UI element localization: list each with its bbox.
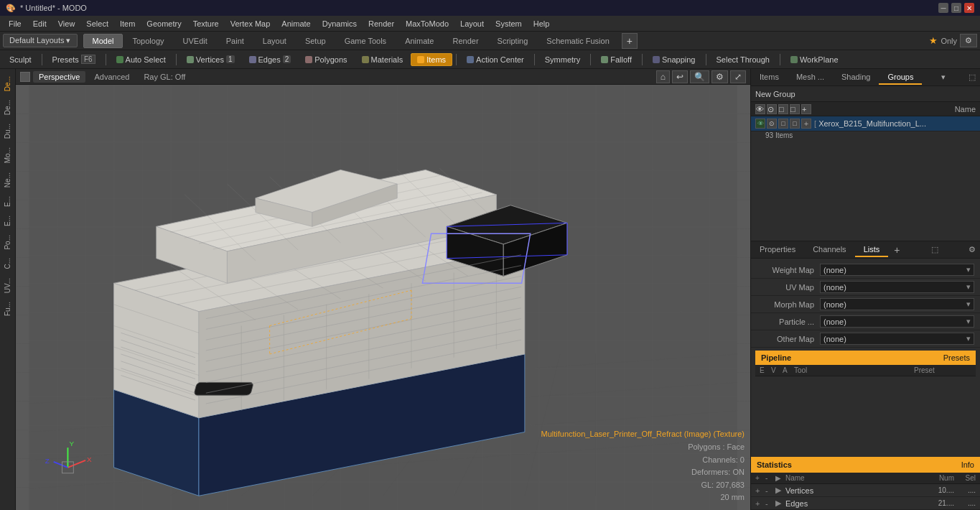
tab-scripting[interactable]: Scripting	[488, 34, 538, 48]
stat-expand-edges[interactable]: ▶	[775, 499, 785, 508]
add-tab-button[interactable]: +	[622, 33, 638, 49]
col-icon-3[interactable]: □	[778, 104, 788, 114]
item-icon-plus[interactable]: +	[801, 119, 811, 129]
col-icon-2[interactable]: ⊙	[767, 104, 777, 114]
sidebar-tab-du[interactable]: Du...	[1, 119, 14, 143]
scene-canvas[interactable]: X Y Z Multifunction_Laser_Printer_Off_Re…	[16, 85, 750, 510]
layout-dropdown[interactable]: Default Layouts ▾	[3, 34, 78, 47]
stat-minus-edges[interactable]: -	[765, 499, 775, 508]
viewport-perspective-tab[interactable]: Perspective	[33, 71, 85, 83]
menu-edit[interactable]: Edit	[27, 18, 52, 29]
sidebar-tab-ne[interactable]: Ne...	[1, 168, 14, 192]
materials-button[interactable]: Materials	[355, 53, 410, 66]
symmetry-button[interactable]: Symmetry	[538, 53, 587, 66]
info-button[interactable]: Info	[961, 460, 974, 469]
sidebar-tab-fu[interactable]: Fu...	[1, 297, 14, 320]
tab-animate[interactable]: Animate	[396, 34, 443, 48]
viewport-zoom-button[interactable]: 🔍	[690, 70, 709, 83]
menu-file[interactable]: File	[3, 18, 27, 29]
morph-map-dropdown[interactable]: (none) ▾	[820, 298, 974, 310]
tab-lists[interactable]: Lists	[855, 243, 889, 257]
settings-button[interactable]: ⚙	[960, 34, 977, 47]
tab-items[interactable]: Items	[751, 70, 788, 85]
statistics-header[interactable]: Statistics Info	[751, 457, 980, 473]
edges-button[interactable]: Edges 2	[243, 53, 298, 66]
action-center-button[interactable]: Action Center	[460, 53, 531, 66]
menu-texture[interactable]: Texture	[187, 18, 225, 29]
viewport-raygl-tab[interactable]: Ray GL: Off	[138, 71, 191, 83]
tab-gametools[interactable]: Game Tools	[335, 34, 396, 48]
tab-properties[interactable]: Properties	[751, 243, 804, 257]
menu-layout[interactable]: Layout	[454, 18, 490, 29]
items-button[interactable]: Items	[411, 53, 452, 66]
tab-groups[interactable]: Groups	[879, 70, 922, 85]
sidebar-tab-de2[interactable]: De...	[1, 96, 14, 119]
tab-model[interactable]: Model	[83, 34, 123, 48]
viewport-undo-button[interactable]: ↩	[672, 70, 688, 83]
stat-minus-vertices[interactable]: -	[765, 486, 775, 495]
menu-help[interactable]: Help	[528, 18, 556, 29]
maximize-button[interactable]: □	[951, 3, 961, 13]
menu-dynamics[interactable]: Dynamics	[317, 18, 363, 29]
tab-channels[interactable]: Channels	[804, 243, 854, 257]
item-icon-box1[interactable]: □	[778, 119, 788, 129]
tab-shading[interactable]: Shading	[833, 70, 879, 85]
star-icon[interactable]: ★	[929, 35, 938, 46]
sidebar-tab-c[interactable]: C...	[1, 254, 14, 274]
props-expand-icon[interactable]: ⬚	[927, 244, 943, 256]
tab-schematic[interactable]: Schematic Fusion	[537, 34, 618, 48]
menu-view[interactable]: View	[52, 18, 81, 29]
stat-add-vertices[interactable]: +	[755, 486, 765, 495]
menu-system[interactable]: System	[490, 18, 528, 29]
uv-map-dropdown[interactable]: (none) ▾	[820, 281, 974, 293]
presets-button[interactable]: Presets F6	[46, 52, 102, 66]
weight-map-dropdown[interactable]: (none) ▾	[820, 264, 974, 276]
sidebar-tab-e2[interactable]: E...	[1, 211, 14, 231]
tab-layout[interactable]: Layout	[253, 34, 296, 48]
menu-render[interactable]: Render	[363, 18, 400, 29]
col-icon-4[interactable]: □	[790, 104, 800, 114]
sculpt-button[interactable]: Sculpt	[3, 53, 38, 66]
col-icon-1[interactable]: 👁	[755, 104, 765, 114]
tab-setup[interactable]: Setup	[296, 34, 335, 48]
minimize-button[interactable]: ─	[938, 3, 948, 13]
viewport-toggle[interactable]	[20, 72, 30, 82]
viewport-advanced-tab[interactable]: Advanced	[88, 71, 135, 83]
add-list-button[interactable]: +	[888, 243, 905, 257]
menu-geometry[interactable]: Geometry	[141, 18, 187, 29]
item-icon-dot[interactable]: ⊙	[767, 119, 777, 129]
viewport[interactable]: Perspective Advanced Ray GL: Off ⌂ ↩ 🔍 ⚙…	[16, 69, 750, 510]
select-through-button[interactable]: Select Through	[710, 53, 776, 66]
panel-expand-icon[interactable]: ▾	[937, 71, 950, 83]
sidebar-tab-e1[interactable]: E...	[1, 192, 14, 211]
polygons-button[interactable]: Polygons	[299, 53, 353, 66]
snapping-button[interactable]: Snapping	[646, 53, 702, 66]
close-button[interactable]: ✕	[964, 3, 974, 13]
menu-vertexmap[interactable]: Vertex Map	[225, 18, 276, 29]
menu-maxtomodo[interactable]: MaxToModo	[400, 18, 454, 29]
stat-expand-vertices[interactable]: ▶	[775, 486, 785, 495]
item-icon-eye[interactable]: 👁	[755, 119, 765, 129]
sidebar-tab-uv[interactable]: UV...	[1, 274, 14, 297]
pipeline-bar[interactable]: Pipeline Presets	[755, 351, 976, 365]
tab-uvedit[interactable]: UVEdit	[174, 34, 217, 48]
props-settings-icon[interactable]: ⚙	[964, 244, 980, 256]
falloff-button[interactable]: Falloff	[594, 53, 638, 66]
tab-mesh[interactable]: Mesh ...	[788, 70, 833, 85]
panel-settings-icon[interactable]: ⬚	[964, 71, 980, 83]
item-row-xerox[interactable]: 👁 ⊙ □ □ + [ Xerox_B215_Multifunction_L..…	[751, 116, 980, 131]
menu-animate[interactable]: Animate	[276, 18, 316, 29]
other-map-dropdown[interactable]: (none) ▾	[820, 333, 974, 345]
tab-render[interactable]: Render	[443, 34, 487, 48]
sidebar-tab-de1[interactable]: De...	[1, 72, 14, 96]
viewport-expand-button[interactable]: ⤢	[730, 70, 746, 83]
tab-paint[interactable]: Paint	[217, 34, 253, 48]
viewport-home-button[interactable]: ⌂	[656, 70, 670, 83]
tab-topology[interactable]: Topology	[123, 34, 173, 48]
stat-add-edges[interactable]: +	[755, 499, 765, 508]
col-icon-5[interactable]: +	[801, 104, 811, 114]
sidebar-tab-mo[interactable]: Mo...	[1, 143, 14, 167]
vertices-button[interactable]: Vertices 1	[180, 53, 241, 66]
menu-item[interactable]: Item	[114, 18, 141, 29]
auto-select-button[interactable]: Auto Select	[110, 53, 172, 66]
